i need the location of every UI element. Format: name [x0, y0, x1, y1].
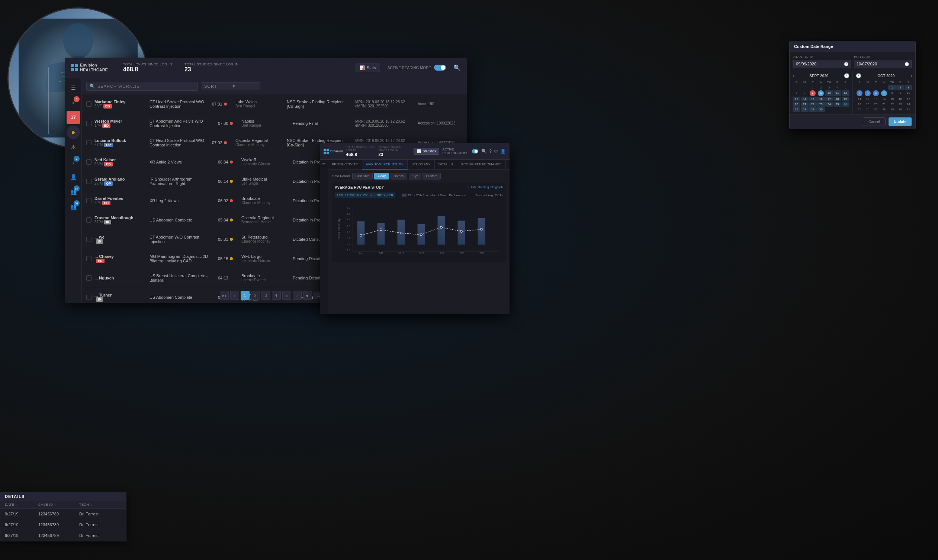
sept-17[interactable]: 17 — [825, 97, 833, 102]
cal-sept-prev[interactable]: ‹ — [793, 73, 794, 78]
sept-15[interactable]: 15 — [809, 97, 817, 102]
sidebar-item-yellow[interactable]: ● — [66, 126, 80, 139]
search-icon[interactable]: 🔍 — [454, 64, 461, 71]
row-checkbox[interactable] — [86, 275, 91, 280]
oct-30[interactable]: 30 — [896, 107, 904, 112]
row-checkbox[interactable] — [86, 237, 91, 242]
sept-8[interactable]: 8 — [810, 90, 816, 96]
sept-26[interactable]: 26 — [842, 102, 850, 107]
stats-button[interactable]: 📊 Stats — [356, 63, 380, 72]
tab-avg-rvu[interactable]: AVG. RVU PER STUDY — [362, 160, 408, 169]
sept-1[interactable]: 1 — [809, 85, 817, 90]
table-row[interactable]: Marianne Finley 68/F ED CT Head Stroke P… — [82, 94, 467, 114]
page-2[interactable]: 2 — [251, 291, 260, 300]
search-box[interactable]: 🔍 — [86, 82, 198, 91]
sept-5[interactable]: 5 — [842, 85, 850, 90]
page-5[interactable]: 5 — [282, 291, 291, 300]
page-next[interactable]: › — [293, 291, 302, 300]
oct-23[interactable]: 23 — [896, 102, 904, 107]
analytics-reading-toggle[interactable] — [472, 149, 478, 154]
sidebar-team[interactable]: 👥 52 — [66, 200, 80, 213]
sept-22[interactable]: 22 — [809, 102, 817, 107]
time-btn-1yr[interactable]: 1 yr — [409, 173, 421, 180]
sept-2[interactable]: 2 — [817, 85, 825, 90]
sept-29[interactable]: 29 — [809, 107, 817, 112]
oct-9[interactable]: 9 — [896, 90, 904, 96]
page-3[interactable]: 3 — [261, 291, 270, 300]
page-first[interactable]: ⏮ — [220, 291, 229, 300]
sidebar-download[interactable]: ↓ 3 — [66, 155, 80, 169]
sidebar-group[interactable]: 👥 34 — [66, 185, 80, 198]
tab-group-perf[interactable]: GROUP PERFORMANCE — [457, 160, 506, 169]
time-btn-30day[interactable]: 30 day — [390, 173, 407, 180]
sidebar-menu[interactable]: ☰ — [66, 81, 80, 94]
analytics-help-icon[interactable]: ? — [489, 149, 492, 154]
oct-18[interactable]: 18 — [856, 102, 864, 107]
sept-28[interactable]: 28 — [801, 107, 808, 112]
analytics-stats-button[interactable]: 📊 Statistics — [413, 148, 439, 155]
sept-10[interactable]: 10 — [825, 90, 833, 96]
cal-sept-clock[interactable]: 🕐 — [844, 73, 850, 78]
page-1[interactable]: 1 — [241, 291, 250, 300]
row-checkbox[interactable] — [86, 179, 91, 184]
row-checkbox[interactable] — [86, 121, 91, 126]
row-checkbox[interactable] — [86, 140, 91, 145]
analytics-search-icon[interactable]: 🔍 — [481, 149, 487, 154]
search-input[interactable] — [97, 84, 194, 88]
sept-21[interactable]: 21 — [801, 102, 808, 107]
row-checkbox[interactable] — [86, 198, 91, 203]
sept-9[interactable]: 9 — [818, 90, 824, 96]
end-date-input[interactable]: 10/07/2020 🕐 — [854, 60, 912, 68]
row-checkbox[interactable] — [86, 217, 91, 223]
oct-7[interactable]: 7 — [881, 90, 887, 96]
tab-study-mix[interactable]: STUDY MIX — [407, 160, 435, 169]
sept-16[interactable]: 16 — [817, 97, 825, 102]
cal-oct-clock[interactable]: 🕐 — [856, 73, 861, 78]
sept-14[interactable]: 14 — [801, 97, 808, 102]
sept-4[interactable]: 4 — [833, 85, 841, 90]
oct-22[interactable]: 22 — [888, 102, 896, 107]
time-btn-7day[interactable]: 7 day — [374, 173, 389, 180]
sept-30[interactable]: 30 — [817, 107, 825, 112]
oct-10[interactable]: 10 — [904, 90, 912, 96]
oct-16[interactable]: 16 — [896, 97, 904, 102]
sept-19[interactable]: 19 — [842, 97, 850, 102]
sept-3[interactable]: 3 — [825, 85, 833, 90]
sidebar-alerts-red[interactable]: ● 5 — [66, 96, 80, 109]
sidebar-user[interactable]: 👤 — [66, 170, 80, 183]
oct-1[interactable]: 1 — [888, 85, 896, 90]
analytics-sidebar-menu[interactable]: ☰ — [322, 163, 326, 167]
sept-11[interactable]: 11 — [833, 90, 841, 96]
row-checkbox[interactable] — [86, 256, 91, 261]
oct-6[interactable]: 6 — [873, 90, 879, 96]
oct-31[interactable]: 31 — [904, 107, 912, 112]
oct-21[interactable]: 21 — [880, 102, 888, 107]
sept-24[interactable]: 24 — [825, 102, 833, 107]
oct-19[interactable]: 19 — [864, 102, 872, 107]
oct-2[interactable]: 2 — [896, 85, 904, 90]
understanding-link[interactable]: ℹ Understanding this graph — [467, 185, 503, 189]
oct-5[interactable]: 5 — [865, 90, 871, 96]
oct-14[interactable]: 14 — [880, 97, 888, 102]
analytics-settings-icon[interactable]: ⚙ — [494, 149, 498, 154]
oct-4[interactable]: 4 — [856, 90, 862, 96]
sept-12[interactable]: 12 — [842, 90, 850, 96]
time-btn-last-shift[interactable]: Last Shift — [352, 173, 373, 180]
oct-17[interactable]: 17 — [904, 97, 912, 102]
oct-26[interactable]: 26 — [864, 107, 872, 112]
tab-details[interactable]: DETAILS — [435, 160, 457, 169]
tab-productivity[interactable]: PRODUCTIVITY — [328, 160, 362, 169]
page-last[interactable]: ⏭ — [303, 291, 312, 300]
page-4[interactable]: 4 — [272, 291, 281, 300]
sept-20[interactable]: 20 — [793, 102, 801, 107]
oct-25[interactable]: 25 — [856, 107, 864, 112]
row-checkbox[interactable] — [86, 102, 91, 107]
oct-13[interactable]: 13 — [872, 97, 879, 102]
row-checkbox[interactable] — [86, 159, 91, 165]
start-date-input[interactable]: 09/09/2020 🕐 — [793, 60, 851, 68]
sept-13[interactable]: 13 — [793, 97, 801, 102]
sidebar-item-17[interactable]: 17 — [66, 111, 80, 124]
sort-box[interactable]: SORT ▼ — [201, 82, 260, 90]
tab-team-member[interactable]: TEAM MEMBER PERFORMANCE — [506, 160, 509, 169]
oct-24[interactable]: 24 — [904, 102, 912, 107]
